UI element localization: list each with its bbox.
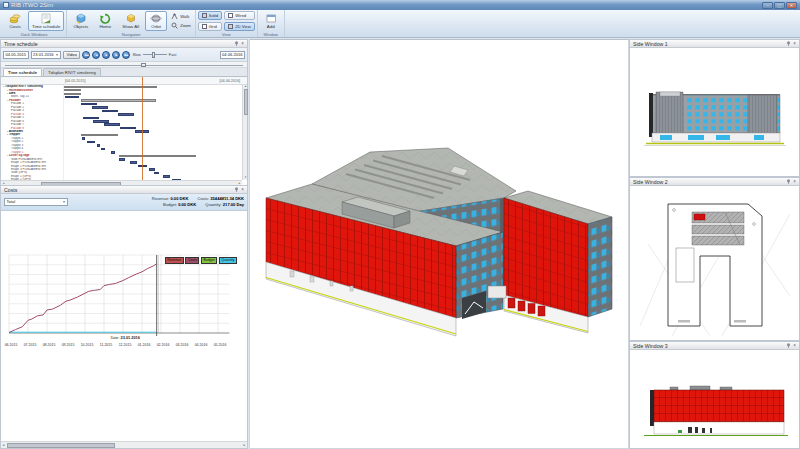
close-panel-icon[interactable]: ×: [793, 179, 796, 184]
pin-icon[interactable]: [786, 343, 791, 348]
plan-view[interactable]: [630, 186, 799, 340]
sim-start-date[interactable]: 04.05.2015: [3, 51, 29, 59]
scrubber-thumb[interactable]: [141, 63, 146, 67]
walk-option[interactable]: Walk: [171, 13, 191, 20]
building-3d-model[interactable]: [250, 40, 628, 448]
costs-line-chart: [3, 253, 247, 341]
view-2d-icon: [228, 24, 233, 29]
slab-sections: [692, 212, 744, 245]
gantt-summary-bar[interactable]: [81, 134, 118, 136]
x-axis-label: 09.2015: [59, 343, 77, 347]
grid-toggle[interactable]: Grid: [198, 22, 222, 31]
right-wing: [500, 191, 612, 333]
tab-tidsplan-simulering[interactable]: Tidsplan RIV/T simulering: [43, 68, 101, 76]
play-forward-button[interactable]: ▶▶: [122, 51, 130, 59]
stop-button[interactable]: ■: [102, 51, 110, 59]
gantt-summary-bar[interactable]: [81, 99, 156, 101]
costs-button[interactable]: Costs: [4, 11, 26, 31]
close-panel-icon[interactable]: ×: [241, 41, 244, 46]
tab-time-schedule[interactable]: Time schedule: [3, 68, 42, 76]
pin-icon[interactable]: [786, 179, 791, 184]
gantt-chart[interactable]: [04.05.2015] [04.06.2016] - Tidsplan RIV…: [1, 77, 247, 185]
scrollbar-thumb[interactable]: [244, 89, 248, 115]
home-icon: [99, 13, 111, 24]
pin-icon[interactable]: [234, 187, 239, 192]
costs-panel-header: Costs ×: [1, 186, 247, 194]
active-slab-element: [694, 214, 705, 220]
objects-button[interactable]: Objects: [69, 11, 92, 31]
home-button[interactable]: Home: [94, 11, 116, 31]
scope-selector-combo[interactable]: Total▼: [4, 198, 68, 206]
gantt-date-header: [04.05.2015] [04.06.2016]: [1, 77, 247, 85]
revenue-value: 0.00 DKK: [170, 196, 188, 201]
scrubber-track: [5, 65, 243, 66]
main-3d-viewport[interactable]: [249, 39, 629, 449]
current-date-combo[interactable]: 23.01.2016▼: [31, 51, 61, 59]
pin-icon[interactable]: [786, 41, 791, 46]
simulation-controls: 04.05.2015 23.01.2016▼ Video ◀◀ ◀ ■ ▶ ▶▶…: [1, 48, 247, 62]
x-axis-label: 10.2015: [78, 343, 96, 347]
time-schedule-panel-header: Time schedule ×: [1, 40, 247, 48]
objects-icon: [75, 13, 87, 24]
costs-label: Costs:: [198, 196, 210, 201]
zoom-icon: [171, 22, 178, 29]
sim-end-date[interactable]: 04.06.2016: [220, 51, 246, 59]
gantt-summary-bar[interactable]: [64, 86, 157, 88]
close-button[interactable]: ✕: [786, 2, 797, 9]
x-axis-label: 06.2015: [2, 343, 20, 347]
speed-slider-thumb[interactable]: [152, 52, 155, 58]
chevron-down-icon: ▼: [63, 200, 66, 204]
title-bar[interactable]: RIB iTWO 2Sim – ▢ ✕: [0, 0, 800, 10]
gantt-summary-bar[interactable]: [119, 155, 196, 157]
minimize-button[interactable]: –: [762, 2, 773, 9]
ribbon-group-window: Add Window: [258, 10, 285, 37]
gantt-summary-bar[interactable]: [64, 89, 81, 91]
orbit-icon: [150, 13, 162, 24]
wired-toggle[interactable]: Wired: [224, 11, 255, 20]
scroll-right-icon[interactable]: ►: [242, 443, 247, 448]
close-panel-icon[interactable]: ×: [793, 343, 796, 348]
ribbon-group-label: Navigation: [69, 31, 192, 38]
scroll-down-icon[interactable]: ▼: [243, 176, 248, 180]
zoom-option[interactable]: Zoom: [171, 22, 191, 29]
maximize-button[interactable]: ▢: [774, 2, 785, 9]
solid-toggle[interactable]: Solid: [198, 11, 222, 20]
costs-icon: [9, 13, 21, 24]
step-back-button[interactable]: ◀: [92, 51, 100, 59]
panel-title: Side Window 1: [633, 41, 668, 47]
show-all-button[interactable]: Show All: [118, 11, 143, 31]
add-window-button[interactable]: Add: [260, 11, 282, 31]
time-schedule-button[interactable]: Time schedule: [28, 11, 64, 31]
front-elevation-view[interactable]: [630, 48, 799, 176]
gantt-summary-bar[interactable]: [64, 93, 81, 95]
view-2d-toggle[interactable]: 2D View: [224, 22, 255, 31]
scrollbar-thumb[interactable]: [7, 443, 115, 448]
gantt-vertical-scrollbar[interactable]: ▲ ▼: [242, 85, 247, 180]
ground-floor: [654, 422, 784, 434]
scroll-left-icon[interactable]: ◄: [1, 443, 6, 448]
x-axis-label: 03.2016: [173, 343, 191, 347]
close-panel-icon[interactable]: ×: [241, 187, 244, 192]
building-corner: [649, 93, 653, 137]
panel-title: Costs: [4, 187, 17, 193]
x-axis-label: 04.2016: [192, 343, 210, 347]
speed-slider[interactable]: [143, 51, 167, 59]
ribbon-group-label: Window: [260, 31, 282, 38]
costs-panel: Costs × Total▼ Revenue: 0.00 DKK Costs: …: [0, 185, 248, 449]
legend-item: Quantity: [219, 257, 237, 264]
pin-icon[interactable]: [234, 41, 239, 46]
play-backward-button[interactable]: ◀◀: [82, 51, 90, 59]
costs-horizontal-scrollbar[interactable]: ◄ ►: [1, 441, 247, 448]
orbit-button[interactable]: Orbit: [145, 11, 167, 31]
grid-icon: [202, 24, 207, 29]
quantity-value: 217.00 Day: [223, 202, 244, 207]
costs-chart-area[interactable]: RevenueCostsBudgetQuantity 06.201507.201…: [1, 211, 247, 441]
step-forward-button[interactable]: ▶: [112, 51, 120, 59]
close-panel-icon[interactable]: ×: [793, 41, 796, 46]
panel-title: Time schedule: [4, 41, 38, 47]
fast-label: Fast: [169, 52, 177, 57]
timeline-scrubber[interactable]: [1, 62, 247, 68]
ribbon-toolbar: Costs Time schedule Dock Windows Objects: [0, 10, 800, 38]
video-button[interactable]: Video: [63, 51, 80, 59]
red-facade-elevation-view[interactable]: [630, 350, 799, 448]
